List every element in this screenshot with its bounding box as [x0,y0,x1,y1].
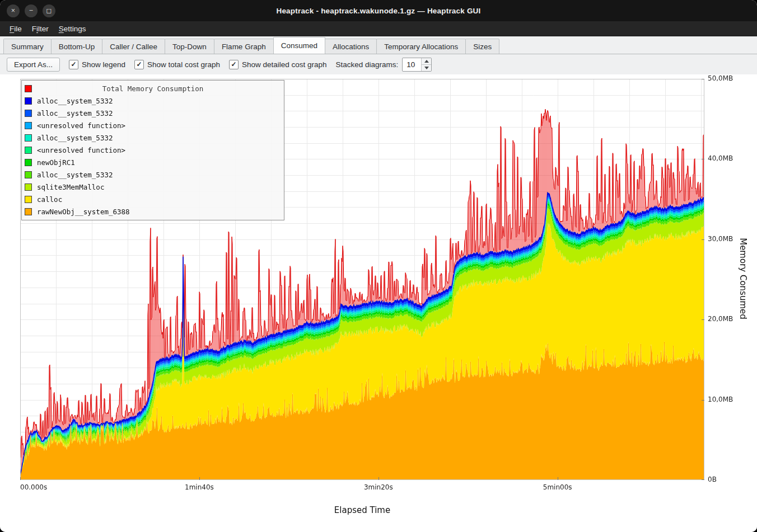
checkbox-label: Show total cost graph [147,60,220,69]
spinbox-buttons [421,58,431,71]
legend-label: alloc__system_5332 [37,97,113,105]
chevron-down-icon [424,67,429,69]
y-tick-label: 20,0MB [708,315,733,323]
chevron-up-icon [424,60,429,63]
legend-item: <unresolved function> [22,144,284,156]
legend-label: <unresolved function> [37,146,125,154]
window-title: Heaptrack - heaptrack.wakunode.1.gz — He… [276,7,480,15]
tab-consumed[interactable]: Consumed [273,37,325,54]
legend-total-swatch [25,85,32,92]
tab-sizes[interactable]: Sizes [465,39,499,54]
window-controls: ×−◻ [7,0,55,21]
tab-temporary-allocations[interactable]: Temporary Allocations [376,39,466,54]
legend-label: alloc__system_5332 [37,171,113,179]
legend-swatch [25,183,32,191]
legend-swatch [25,208,32,215]
spinbox-up-button[interactable] [422,58,431,65]
y-tick-label: 0B [708,475,717,483]
legend-label: sqlite3MemMalloc [37,183,104,191]
legend-swatch [25,110,32,117]
legend-item: calloc [22,193,284,205]
legend-swatch [25,196,32,203]
legend-item: <unresolved function> [22,119,284,131]
legend-title: Total Memory Consumption [22,84,284,93]
legend-swatch [25,147,32,154]
menu-filter[interactable]: Filter [27,23,54,35]
y-tick-label: 30,0MB [708,235,733,243]
toolbar-checkboxes: ✓Show legend✓Show total cost graph✓Show … [69,60,327,69]
legend-label: calloc [37,195,62,204]
legend-item: alloc__system_5332 [22,107,284,119]
toolbar: Export As... ✓Show legend✓Show total cos… [0,54,757,74]
title-bar: ×−◻ Heaptrack - heaptrack.wakunode.1.gz … [0,0,757,21]
legend-swatch [25,171,32,178]
stacked-diagrams-label: Stacked diagrams: [336,60,399,69]
checkbox-show-legend[interactable]: ✓Show legend [69,60,125,69]
x-tick-label: 1min40s [185,483,214,491]
y-tick-label: 50,0MB [708,74,733,82]
legend-swatch [25,134,32,142]
checkbox-show-detailed-cost-graph[interactable]: ✓Show detailed cost graph [229,60,327,69]
tab-summary[interactable]: Summary [3,39,52,54]
legend-item: rawNewObj__system_6388 [22,205,284,218]
chart-panel: Total Memory Consumption alloc__system_5… [0,74,757,532]
checkbox-checked-icon: ✓ [134,60,144,69]
legend-item: newObjRC1 [22,156,284,168]
checkbox-checked-icon: ✓ [69,60,78,69]
y-axis-title: Memory Consumed [738,238,748,319]
stacked-diagrams-control: Stacked diagrams: 10 [336,58,432,72]
legend-label: newObjRC1 [37,158,75,167]
stacked-diagrams-spinbox[interactable]: 10 [402,58,432,72]
legend-swatch [25,122,32,129]
legend-item: alloc__system_5332 [22,168,284,181]
x-axis-title: Elapsed Time [20,505,704,515]
tab-bottom-up[interactable]: Bottom-Up [51,39,103,54]
legend-label: alloc__system_5332 [37,134,113,142]
x-tick-label: 3min20s [364,483,393,491]
heaptrack-window: ×−◻ Heaptrack - heaptrack.wakunode.1.gz … [0,0,757,532]
checkbox-show-total-cost-graph[interactable]: ✓Show total cost graph [134,60,220,69]
legend-label: rawNewObj__system_6388 [37,208,130,216]
tab-caller-callee[interactable]: Caller / Callee [102,39,165,54]
export-as-button[interactable]: Export As... [7,58,60,72]
tab-allocations[interactable]: Allocations [325,39,377,54]
checkbox-checked-icon: ✓ [229,60,239,69]
legend-swatch [25,97,32,105]
legend-items: alloc__system_5332alloc__system_5332<unr… [22,95,284,218]
maximize-button[interactable]: ◻ [43,4,55,17]
legend-label: <unresolved function> [37,121,125,130]
menu-settings[interactable]: Settings [54,23,91,35]
close-button[interactable]: × [7,4,20,17]
menu-file[interactable]: File [4,23,27,35]
stacked-diagrams-value: 10 [403,58,421,71]
legend: Total Memory Consumption alloc__system_5… [21,80,284,220]
tab-top-down[interactable]: Top-Down [165,39,214,54]
legend-item: sqlite3MemMalloc [22,181,284,193]
plot-area: Total Memory Consumption alloc__system_5… [20,79,704,480]
tab-flame-graph[interactable]: Flame Graph [214,39,274,54]
tab-bar: SummaryBottom-UpCaller / CalleeTop-DownF… [0,36,757,54]
legend-item: alloc__system_5332 [22,95,284,107]
y-tick-label: 40,0MB [708,154,733,162]
checkbox-label: Show legend [82,60,125,69]
y-tick-label: 10,0MB [708,396,733,403]
legend-item: alloc__system_5332 [22,131,284,144]
x-tick-label: 5min00s [543,483,572,491]
legend-label: alloc__system_5332 [37,109,113,117]
legend-swatch [25,159,32,166]
minimize-button[interactable]: − [25,4,38,17]
x-tick-label: 00.000s [20,483,47,491]
menu-bar: FileFilterSettings [0,21,757,36]
legend-title-row: Total Memory Consumption [22,82,284,95]
spinbox-down-button[interactable] [422,65,431,71]
checkbox-label: Show detailed cost graph [242,60,327,69]
